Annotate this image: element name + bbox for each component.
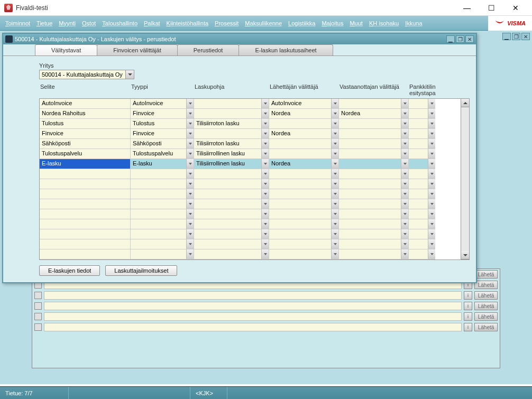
grid-cell[interactable] (339, 239, 409, 249)
grid-cell[interactable] (40, 189, 131, 199)
chevron-down-icon[interactable] (261, 169, 269, 179)
grid-cell[interactable] (131, 189, 194, 199)
menu-item-kh isohaku[interactable]: KH isohaku (366, 18, 402, 29)
table-row[interactable]: TulostuspalveluTulostuspalveluTilisiirro… (40, 149, 461, 159)
subwindow-titlebar[interactable]: 500014 - Kuluttajalaskuttaja Oy - Laskuj… (3, 34, 476, 44)
table-row[interactable] (40, 249, 461, 259)
sub-minimize-icon[interactable]: ▁ (446, 35, 455, 43)
grid-cell[interactable] (409, 119, 435, 129)
menu-item-palkat[interactable]: Palkat (141, 18, 163, 29)
chevron-down-icon[interactable] (261, 149, 269, 159)
chevron-down-icon[interactable] (428, 189, 435, 199)
grid-cell[interactable] (339, 179, 409, 189)
table-row[interactable] (40, 219, 461, 229)
chevron-down-icon[interactable] (401, 129, 408, 138)
menu-item-kiinteistöhallinta[interactable]: Kiinteistöhallinta (163, 18, 212, 29)
chevron-down-icon[interactable] (331, 229, 338, 239)
grid-cell[interactable] (339, 189, 409, 199)
grid-cell[interactable] (40, 249, 131, 259)
chevron-down-icon[interactable] (401, 209, 408, 219)
grid-cell[interactable] (339, 199, 409, 209)
grid-cell[interactable] (409, 169, 435, 179)
grid-cell[interactable] (409, 199, 435, 209)
grid-cell[interactable] (269, 199, 339, 209)
grid-cell[interactable] (194, 229, 269, 239)
chevron-down-icon[interactable] (331, 109, 338, 118)
grid-cell[interactable] (194, 179, 269, 189)
chevron-down-icon[interactable] (186, 149, 194, 159)
grid-cell[interactable] (131, 209, 194, 219)
grid-cell[interactable] (409, 99, 435, 109)
chevron-down-icon[interactable] (428, 229, 435, 239)
grid-cell[interactable] (194, 199, 269, 209)
grid-cell[interactable] (339, 119, 409, 129)
grid-cell[interactable]: Nordea Rahoitus (40, 109, 131, 119)
chevron-down-icon[interactable] (331, 149, 338, 159)
table-row[interactable] (40, 209, 461, 219)
chevron-down-icon[interactable] (401, 249, 408, 259)
table-row[interactable] (40, 239, 461, 249)
chevron-down-icon[interactable] (428, 169, 435, 179)
chevron-down-icon[interactable] (401, 139, 408, 149)
grid-cell[interactable] (131, 229, 194, 239)
grid-cell[interactable] (131, 239, 194, 249)
grid-cell[interactable]: Finvoice (131, 129, 194, 139)
grid-cell[interactable] (40, 239, 131, 249)
elaskujen-tiedot-button[interactable]: E-laskujen tiedot (39, 265, 100, 276)
bg-field[interactable] (44, 302, 462, 310)
tab-0[interactable]: Välitystavat (35, 44, 97, 55)
grid-scrollbar[interactable] (461, 98, 470, 260)
bg-field[interactable] (44, 323, 462, 331)
chevron-down-icon[interactable] (331, 119, 338, 128)
info-button[interactable]: i (464, 312, 472, 321)
chevron-down-icon[interactable] (401, 239, 408, 249)
chevron-down-icon[interactable] (331, 199, 338, 209)
chevron-down-icon[interactable] (331, 219, 338, 229)
chevron-down-icon[interactable] (186, 199, 194, 209)
grid-cell[interactable] (409, 129, 435, 139)
send-button[interactable]: Lähetä (474, 281, 498, 289)
chevron-down-icon[interactable] (261, 249, 269, 259)
chevron-down-icon[interactable] (428, 99, 435, 108)
chevron-down-icon[interactable] (186, 169, 194, 179)
grid-cell[interactable]: Tulostus (40, 119, 131, 129)
chevron-down-icon[interactable] (401, 199, 408, 209)
grid-cell[interactable]: Finvoice (40, 129, 131, 139)
chevron-down-icon[interactable] (331, 159, 338, 169)
menu-item-toiminnot[interactable]: Toiminnot (2, 18, 33, 29)
grid-cell[interactable] (339, 159, 409, 169)
chevron-down-icon[interactable] (186, 209, 194, 219)
chevron-down-icon[interactable] (261, 119, 269, 128)
bg-field[interactable] (44, 312, 462, 321)
grid-cell[interactable]: Tulostuspalvelu (131, 149, 194, 159)
grid-cell[interactable]: AutoInvoice (269, 99, 339, 109)
grid-cell[interactable] (194, 99, 269, 109)
send-button[interactable]: Lähetä (474, 323, 498, 331)
info-button[interactable]: i (464, 323, 472, 331)
chevron-down-icon[interactable] (261, 159, 269, 169)
chevron-down-icon[interactable] (401, 149, 408, 159)
chevron-down-icon[interactable] (401, 179, 408, 189)
grid-cell[interactable] (40, 169, 131, 179)
scroll-up-icon[interactable] (461, 99, 469, 107)
checkbox[interactable] (34, 323, 42, 331)
chevron-down-icon[interactable] (428, 149, 435, 159)
chevron-down-icon[interactable] (331, 189, 338, 199)
chevron-down-icon[interactable] (261, 129, 269, 138)
grid-cell[interactable] (339, 249, 409, 259)
grid-cell[interactable]: Nordea (269, 109, 339, 119)
grid-cell[interactable] (194, 189, 269, 199)
grid-cell[interactable] (409, 139, 435, 149)
chevron-down-icon[interactable] (186, 99, 194, 108)
grid-cell[interactable]: AutoInvoice (40, 99, 131, 109)
grid-cell[interactable] (269, 149, 339, 159)
grid-cell[interactable] (131, 199, 194, 209)
grid-cell[interactable] (131, 249, 194, 259)
grid-cell[interactable] (409, 149, 435, 159)
grid-cell[interactable] (269, 139, 339, 149)
chevron-down-icon[interactable] (186, 119, 194, 128)
checkbox[interactable] (34, 302, 42, 310)
grid-cell[interactable] (409, 239, 435, 249)
table-row[interactable]: TulostusTulostusTilisiirroton lasku (40, 119, 461, 129)
chevron-down-icon[interactable] (186, 129, 194, 138)
